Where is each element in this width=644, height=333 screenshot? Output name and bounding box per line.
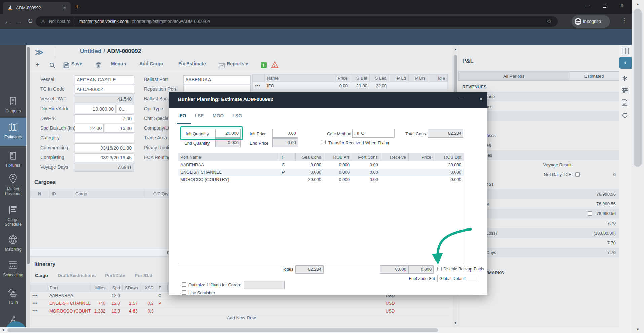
tab-lsf[interactable]: LSF	[195, 113, 203, 118]
sidebar-item-scheduling[interactable]: Scheduling	[0, 260, 26, 277]
column-header[interactable]: P Dis	[409, 74, 428, 82]
field-input[interactable]: 0....	[117, 105, 134, 113]
table-row[interactable]: ENGLISH CHANNELP0.0000.0000.000.000	[178, 169, 464, 176]
table-row[interactable]: •••ENGLISH CHANNEL74012.02.570.2PUSD	[30, 300, 451, 307]
tab-mgo[interactable]: MGO	[213, 113, 224, 118]
document-icon[interactable]	[622, 99, 627, 107]
fuel-zone-set-select[interactable]: Global Default	[437, 275, 479, 282]
validation-ok-icon[interactable]	[261, 62, 267, 68]
tab-port-dat[interactable]: Port/Dat	[135, 273, 152, 278]
tab-draft-restrictions[interactable]: Draft/Restrictions	[58, 273, 96, 278]
expand-panel-icon[interactable]: ≫	[35, 48, 43, 57]
add-new-row-button[interactable]: Add New Row	[30, 315, 453, 320]
add-cargo-button[interactable]: Add Cargo	[139, 61, 163, 66]
tab-lsg[interactable]: LSG	[232, 113, 242, 118]
column-header[interactable]: F	[156, 284, 168, 292]
row-menu-icon[interactable]: •••	[30, 307, 47, 315]
column-header[interactable]: Name	[265, 74, 335, 82]
column-header[interactable]: Miles	[91, 284, 108, 292]
bookmark-star-icon[interactable]: ☆	[547, 16, 552, 27]
column-header[interactable]: P Ld	[389, 74, 409, 82]
column-header[interactable]: Port	[47, 284, 91, 292]
new-tab-button[interactable]: +	[75, 3, 79, 11]
reports-dropdown-button[interactable]: Reports ▾	[227, 61, 248, 66]
horizontal-scroll-thumb[interactable]	[7, 328, 438, 332]
pnl-row-checkbox[interactable]	[575, 172, 580, 177]
column-header[interactable]: ID	[49, 190, 73, 198]
field-input[interactable]: 03/23/20 16:45	[75, 153, 134, 162]
column-header[interactable]: Sea Cons	[296, 153, 324, 161]
window-minimize-button[interactable]: —	[580, 0, 594, 12]
column-header[interactable]: S Lad	[370, 74, 389, 82]
table-row[interactable]: MOROCCO (COUNTRY)20.0000.0000.000.000	[178, 176, 464, 183]
pnl-row-checkbox[interactable]	[588, 211, 592, 216]
scroll-down-icon[interactable]: ▼	[453, 321, 458, 325]
table-row[interactable]: •••MOROCCO (COUNTRY1,33212.04.630.3USD	[30, 307, 451, 315]
scroll-left-icon[interactable]: ◄	[1, 328, 5, 332]
table-row[interactable]: AABENRAAC0.0000.0000.0020.000	[178, 161, 464, 169]
use-scrubber-checkbox[interactable]	[182, 290, 186, 295]
field-input[interactable]: 16.00	[105, 124, 134, 133]
modal-minimize-button[interactable]: —	[456, 96, 466, 101]
field-input[interactable]: 7.00	[75, 114, 134, 123]
column-header[interactable]: Price	[409, 153, 434, 161]
column-header[interactable]: Receive	[380, 153, 409, 161]
browser-tab[interactable]: ADM-000992 ×	[3, 2, 71, 14]
field-input[interactable]	[75, 134, 134, 142]
field-input[interactable]: AECA-I0002	[75, 85, 134, 94]
sidebar-item-cargo-schedule[interactable]: Cargo Schedule	[0, 205, 26, 227]
asterisk-icon[interactable]	[622, 75, 628, 83]
column-header[interactable]	[30, 284, 47, 292]
tab-cargo[interactable]: Cargo	[35, 273, 48, 278]
vertical-scroll-thumb[interactable]	[634, 9, 642, 167]
sidebar-item-estimates[interactable]: Estimates	[0, 118, 26, 146]
table-row[interactable]: •••IFO0.0021.0022.00	[252, 82, 447, 90]
column-header[interactable]: XSD	[140, 284, 156, 292]
column-header[interactable]: ROB Arr	[324, 153, 352, 161]
forward-icon[interactable]: →	[16, 17, 23, 25]
pnl-period-all[interactable]: All Periods	[458, 71, 569, 81]
field-input[interactable]: 10,000.00	[75, 105, 116, 113]
sidebar-scrollbar[interactable]	[26, 45, 30, 333]
modal-header[interactable]: Bunker Planning: Estimate ADM-000992 — ×	[169, 92, 487, 108]
disable-backup-fuels-checkbox[interactable]	[437, 267, 442, 271]
row-menu-icon[interactable]: •••	[253, 82, 265, 90]
search-icon[interactable]	[49, 62, 56, 70]
field-input[interactable]: 03/16/20 01:00	[75, 143, 134, 152]
refresh-icon[interactable]	[622, 112, 628, 120]
browser-menu-icon[interactable]: ⋮	[621, 17, 627, 24]
column-header[interactable]: Port Name	[178, 153, 279, 161]
sidebar-item-fixtures[interactable]: Fixtures	[0, 151, 26, 168]
window-close-button[interactable]: ×	[615, 0, 629, 12]
column-header[interactable]: Price	[335, 74, 350, 82]
field-input[interactable]: AABENRAA	[183, 75, 251, 84]
menu-dropdown-button[interactable]: Menu ▾	[111, 61, 126, 66]
calc-method-select[interactable]: FIFO	[352, 129, 395, 138]
tab-close-icon[interactable]: ×	[63, 5, 66, 10]
sidebar-item-market-positions[interactable]: Market Positions	[0, 174, 26, 196]
add-icon[interactable]: +	[36, 61, 40, 69]
sidebar-scroll-thumb[interactable]	[27, 47, 30, 264]
column-header[interactable]: Idle	[428, 74, 448, 82]
tab-port-date[interactable]: Port/Date	[105, 273, 125, 278]
back-icon[interactable]: ←	[5, 17, 11, 25]
row-menu-icon[interactable]: •••	[30, 292, 47, 299]
pnl-period-estimated[interactable]: Estimated	[569, 71, 619, 81]
scroll-up-icon[interactable]: ▲	[632, 2, 644, 6]
delete-icon[interactable]	[96, 62, 101, 70]
column-header[interactable]: Port Cons	[352, 153, 380, 161]
fix-estimate-button[interactable]: Fix Estimate	[178, 61, 206, 66]
optimize-cargo-input[interactable]	[244, 281, 285, 289]
reload-icon[interactable]: ↻	[28, 17, 33, 25]
grid-view-icon[interactable]	[622, 48, 629, 56]
breadcrumb-untitled[interactable]: Untitled	[80, 48, 101, 54]
window-maximize-button[interactable]	[598, 0, 611, 12]
sidebar-item-matching[interactable]: Matching	[0, 235, 26, 252]
column-header[interactable]: Cargo	[73, 190, 145, 198]
modal-close-button[interactable]: ×	[476, 96, 486, 102]
column-header[interactable]: C/P Qty	[145, 190, 171, 198]
url-omnibox[interactable]: ⚠ Not secure master.tyche.veslink.com/#c…	[36, 16, 558, 27]
optimize-liftings-checkbox[interactable]	[182, 282, 186, 287]
field-input[interactable]: 12.00	[75, 124, 104, 133]
sidebar-item-tc-in[interactable]: TC In	[0, 288, 26, 305]
